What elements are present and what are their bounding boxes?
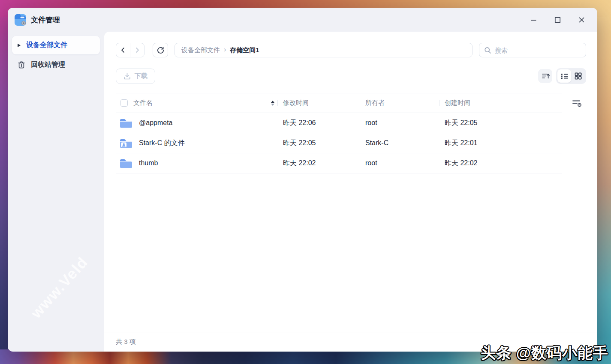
download-label: 下载 (135, 72, 147, 80)
item-count: 共 3 项 (116, 338, 136, 346)
file-manager-window: 文件管理 设备全部文件 (8, 8, 597, 352)
column-header-owner[interactable]: 所有者 (360, 99, 439, 107)
maximize-icon (554, 17, 561, 23)
user-folder-icon (120, 138, 132, 149)
sort-ascending-icon (541, 72, 550, 80)
download-icon (123, 72, 131, 80)
site-watermark: www.Veld (27, 254, 91, 322)
desktop-wallpaper: 文件管理 设备全部文件 (0, 0, 611, 364)
view-mode-toggle (556, 68, 586, 84)
titlebar: 文件管理 (8, 8, 597, 32)
created-cell: 昨天 22:02 (439, 159, 562, 168)
sort-asc-arrow-icon (271, 101, 274, 103)
expand-caret-icon[interactable] (18, 44, 21, 47)
close-button[interactable] (572, 11, 591, 28)
refresh-icon (157, 46, 165, 54)
column-label-name[interactable]: 文件名 (133, 99, 153, 107)
search-input[interactable] (495, 47, 581, 54)
search-icon (484, 47, 491, 54)
forward-button[interactable] (130, 43, 144, 57)
app-icon (15, 14, 26, 26)
back-button[interactable] (116, 43, 130, 57)
maximize-button[interactable] (548, 11, 567, 28)
select-all-checkbox[interactable] (120, 99, 128, 107)
file-name: thumb (139, 159, 158, 167)
headline-watermark: 头条 @数码小能手 (481, 343, 608, 363)
list-view-button[interactable] (557, 69, 571, 83)
modified-cell: 昨天 22:02 (278, 159, 360, 168)
modified-cell: 昨天 22:05 (278, 139, 360, 148)
breadcrumb-separator: › (224, 46, 226, 54)
sort-order-button[interactable] (538, 69, 552, 83)
file-name: @appmeta (139, 119, 173, 127)
window-body: 设备全部文件 回收站管理 www.Veld (8, 32, 597, 352)
chevron-left-icon (120, 47, 126, 53)
created-cell: 昨天 22:05 (439, 119, 562, 128)
action-toolbar: 下载 (116, 68, 586, 84)
refresh-button[interactable] (153, 43, 168, 57)
folder-icon (120, 118, 132, 128)
owner-cell: root (360, 159, 439, 167)
chevron-right-icon (134, 47, 140, 53)
sidebar: 设备全部文件 回收站管理 www.Veld (8, 32, 104, 352)
file-name-cell[interactable]: Stark-C 的文件 (116, 138, 278, 149)
file-name-cell[interactable]: @appmeta (116, 118, 278, 128)
window-title: 文件管理 (31, 15, 60, 25)
grid-view-icon (574, 72, 582, 80)
file-table: 文件名 修改时间 所有者 创建时间 (116, 93, 562, 173)
grid-view-button[interactable] (571, 69, 585, 83)
trash-icon (18, 61, 25, 69)
table-row[interactable]: @appmeta 昨天 22:06 root 昨天 22:05 (116, 113, 562, 133)
table-row[interactable]: Stark-C 的文件 昨天 22:05 Stark-C 昨天 22:01 (116, 133, 562, 153)
window-controls (519, 11, 591, 28)
view-tools (538, 68, 586, 84)
minimize-button[interactable] (524, 11, 543, 28)
history-nav-group (116, 43, 144, 57)
owner-cell: Stark-C (360, 139, 439, 147)
search-box[interactable] (479, 43, 586, 57)
main-panel: 设备全部文件 › 存储空间1 (104, 32, 597, 352)
breadcrumb-current[interactable]: 存储空间1 (230, 46, 259, 54)
column-settings-button[interactable] (572, 99, 582, 107)
column-header-name[interactable]: 文件名 (116, 99, 277, 107)
sidebar-item-label: 回收站管理 (31, 60, 65, 69)
column-header-created[interactable]: 创建时间 (439, 99, 562, 107)
folder-icon (120, 158, 132, 169)
sort-desc-arrow-icon (271, 104, 274, 106)
sidebar-item-recycle-bin[interactable]: 回收站管理 (12, 56, 100, 74)
column-header-modified[interactable]: 修改时间 (278, 99, 360, 107)
table-header: 文件名 修改时间 所有者 创建时间 (116, 93, 562, 113)
created-cell: 昨天 22:01 (439, 139, 562, 148)
breadcrumb[interactable]: 设备全部文件 › 存储空间1 (175, 43, 473, 57)
download-button[interactable]: 下载 (116, 69, 155, 84)
sidebar-item-label: 设备全部文件 (26, 41, 67, 50)
breadcrumb-root[interactable]: 设备全部文件 (181, 46, 220, 54)
table-row[interactable]: thumb 昨天 22:02 root 昨天 22:02 (116, 153, 562, 173)
owner-cell: root (360, 119, 439, 127)
navigation-toolbar: 设备全部文件 › 存储空间1 (116, 43, 586, 57)
close-icon (578, 17, 585, 23)
sidebar-item-all-device-files[interactable]: 设备全部文件 (12, 36, 100, 54)
sort-indicator[interactable] (271, 101, 274, 106)
modified-cell: 昨天 22:06 (278, 119, 360, 128)
file-table-zone: 文件名 修改时间 所有者 创建时间 (116, 93, 586, 173)
file-name-cell[interactable]: thumb (116, 158, 278, 169)
minimize-icon (530, 17, 537, 23)
list-view-icon (560, 72, 569, 80)
file-name: Stark-C 的文件 (139, 139, 185, 148)
